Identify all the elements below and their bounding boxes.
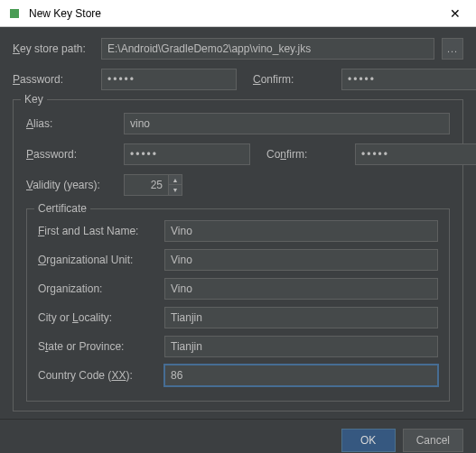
first-last-row: First and Last Name: bbox=[38, 220, 438, 242]
validity-row: Validity (years): ▲ ▼ bbox=[26, 174, 450, 196]
alias-input[interactable] bbox=[124, 113, 450, 134]
keystore-password-label: Password: bbox=[13, 73, 94, 86]
first-last-input[interactable] bbox=[164, 220, 438, 242]
window-titlebar: New Key Store ✕ bbox=[0, 0, 476, 27]
key-fieldset: Key Alias: Password: Confirm: Validity (… bbox=[13, 99, 463, 411]
validity-spinner[interactable]: ▲ ▼ bbox=[124, 174, 182, 196]
close-icon[interactable]: ✕ bbox=[442, 0, 469, 27]
alias-label: Alias: bbox=[26, 117, 117, 130]
keystore-confirm-label: Confirm: bbox=[253, 73, 334, 86]
first-last-label: First and Last Name: bbox=[38, 225, 157, 237]
alias-row: Alias: bbox=[26, 113, 450, 134]
org-unit-label: Organizational Unit: bbox=[38, 254, 157, 266]
org-unit-input[interactable] bbox=[164, 249, 438, 271]
keystore-path-row: Key store path: ... bbox=[13, 38, 463, 60]
org-label: Organization: bbox=[38, 282, 157, 295]
city-label: City or Locality: bbox=[38, 311, 157, 324]
validity-input[interactable] bbox=[124, 174, 169, 196]
cancel-button[interactable]: Cancel bbox=[403, 429, 463, 452]
ok-button[interactable]: OK bbox=[341, 429, 396, 452]
org-input[interactable] bbox=[164, 278, 438, 300]
key-confirm-label: Confirm: bbox=[266, 148, 348, 161]
button-bar: OK Cancel bbox=[0, 419, 476, 453]
state-row: State or Province: bbox=[38, 336, 438, 357]
state-label: State or Province: bbox=[38, 340, 157, 353]
country-label: Country Code (XX): bbox=[38, 369, 157, 382]
keystore-path-input[interactable] bbox=[101, 38, 434, 60]
keystore-path-label: Key store path: bbox=[13, 42, 94, 55]
key-legend: Key bbox=[21, 93, 47, 106]
spinner-buttons: ▲ ▼ bbox=[169, 174, 182, 196]
city-row: City or Locality: bbox=[38, 307, 438, 328]
validity-label: Validity (years): bbox=[26, 179, 117, 191]
city-input[interactable] bbox=[164, 307, 438, 328]
certificate-legend: Certificate bbox=[34, 202, 90, 215]
keystore-password-row: Password: Confirm: bbox=[13, 69, 463, 90]
app-icon bbox=[7, 6, 22, 21]
dialog-content: Key store path: ... Password: Confirm: K… bbox=[0, 27, 476, 419]
keystore-password-input[interactable] bbox=[101, 69, 237, 90]
country-row: Country Code (XX): bbox=[38, 365, 438, 386]
state-input[interactable] bbox=[164, 336, 438, 357]
window-title: New Key Store bbox=[29, 7, 442, 20]
key-password-input[interactable] bbox=[124, 143, 250, 165]
org-unit-row: Organizational Unit: bbox=[38, 249, 438, 271]
country-input[interactable] bbox=[164, 365, 438, 386]
spinner-up-icon[interactable]: ▲ bbox=[169, 175, 182, 185]
key-confirm-input[interactable] bbox=[355, 143, 476, 165]
key-password-label: Password: bbox=[26, 148, 117, 161]
key-password-row: Password: Confirm: bbox=[26, 143, 450, 165]
certificate-fieldset: Certificate First and Last Name: Organiz… bbox=[26, 208, 450, 402]
browse-button[interactable]: ... bbox=[442, 38, 463, 60]
spinner-down-icon[interactable]: ▼ bbox=[169, 185, 182, 195]
keystore-confirm-input[interactable] bbox=[341, 69, 476, 90]
org-row: Organization: bbox=[38, 278, 438, 300]
